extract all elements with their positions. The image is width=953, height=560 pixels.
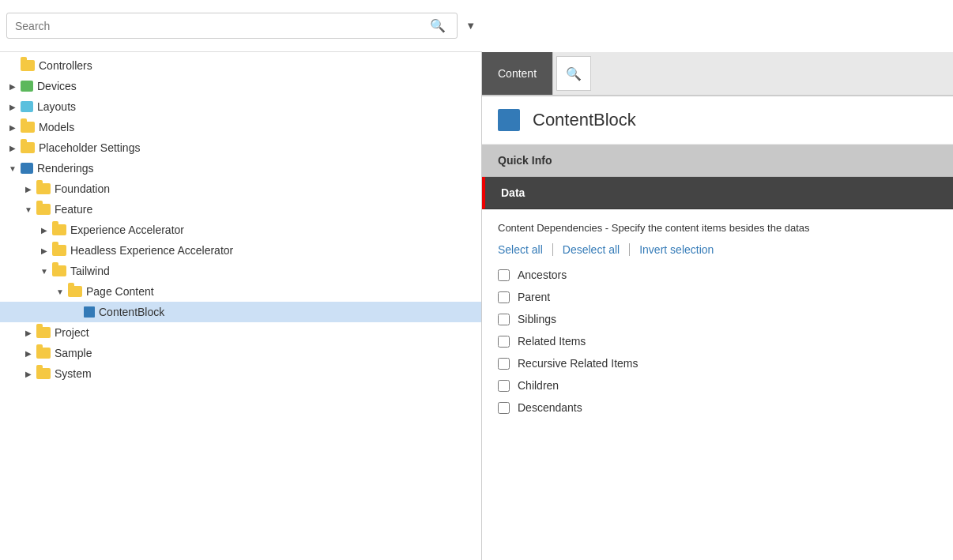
tree-label-layouts: Layouts — [37, 100, 76, 113]
tree-label-placeholder-settings: Placeholder Settings — [39, 141, 140, 154]
tree-item-experience-accelerator[interactable]: ▶ Experience Accelerator — [0, 220, 481, 240]
dependencies-section: Content Dependencies - Specify the conte… — [482, 209, 953, 427]
tree-item-renderings[interactable]: ▼ Renderings — [0, 158, 481, 179]
tree-item-models[interactable]: ▶ Models — [0, 117, 481, 137]
tree-toggle-devices[interactable]: ▶ — [6, 80, 19, 92]
tree-label-page-content: Page Content — [86, 285, 154, 298]
content-block-title: ContentBlock — [533, 110, 636, 130]
tree-item-contentblock[interactable]: ContentBlock — [0, 302, 481, 322]
tree-label-controllers: Controllers — [39, 59, 92, 72]
tab-bar: Content 🔍 — [482, 52, 953, 96]
checkbox-label-recursive-related-items: Recursive Related Items — [518, 357, 638, 370]
tree-toggle-headless-experience-accelerator[interactable]: ▶ — [38, 244, 51, 257]
invert-selection-link[interactable]: Invert selection — [630, 243, 723, 256]
tree-container: Controllers ▶ Devices ▶ Layouts ▶ Models… — [0, 52, 481, 387]
tab-content[interactable]: Content — [482, 52, 553, 95]
checkbox-siblings[interactable] — [498, 314, 510, 325]
content-block-icon — [498, 109, 520, 131]
tree-label-foundation: Foundation — [55, 182, 110, 195]
tree-icon-contentblock — [84, 306, 95, 318]
tree-icon-foundation — [36, 183, 51, 194]
search-input-wrapper: 🔍 — [6, 13, 458, 39]
checkbox-parent[interactable] — [498, 291, 510, 303]
tree-item-placeholder-settings[interactable]: ▶ Placeholder Settings — [0, 137, 481, 158]
tree-icon-project — [36, 327, 51, 338]
tree-icon-renderings — [21, 163, 33, 174]
tree-item-feature[interactable]: ▼ Feature — [0, 199, 481, 220]
tree-item-foundation[interactable]: ▶ Foundation — [0, 179, 481, 199]
tree-toggle-tailwind[interactable]: ▼ — [38, 265, 51, 277]
tree-toggle-layouts[interactable]: ▶ — [6, 100, 19, 113]
tree-label-models: Models — [39, 121, 74, 133]
search-input[interactable] — [15, 20, 427, 32]
right-panel: Content 🔍 ContentBlock Quick Info Data — [482, 52, 953, 560]
tree-item-project[interactable]: ▶ Project — [0, 322, 481, 343]
tree-icon-devices — [21, 81, 33, 92]
checkbox-label-children: Children — [518, 379, 559, 392]
tree-toggle-experience-accelerator[interactable]: ▶ — [38, 224, 51, 236]
tree-panel: Controllers ▶ Devices ▶ Layouts ▶ Models… — [0, 52, 482, 560]
checkbox-recursive-related-items[interactable] — [498, 358, 510, 370]
dep-description: Content Dependencies - Specify the conte… — [498, 222, 937, 234]
tree-item-system[interactable]: ▶ System — [0, 363, 481, 384]
checkbox-item-ancestors: Ancestors — [498, 269, 937, 281]
tree-icon-headless-experience-accelerator — [52, 245, 66, 256]
tree-label-renderings: Renderings — [37, 162, 94, 175]
quick-info-header: Quick Info — [482, 145, 953, 177]
tree-toggle-models[interactable]: ▶ — [6, 121, 19, 133]
deselect-all-link[interactable]: Deselect all — [553, 243, 630, 256]
tree-item-sample[interactable]: ▶ Sample — [0, 343, 481, 363]
checkbox-item-siblings: Siblings — [498, 313, 937, 325]
tree-item-headless-experience-accelerator[interactable]: ▶ Headless Experience Accelerator — [0, 240, 481, 261]
tree-icon-controllers — [21, 60, 35, 71]
select-all-link[interactable]: Select all — [498, 243, 553, 256]
checkbox-item-children: Children — [498, 379, 937, 392]
tree-toggle-page-content[interactable]: ▼ — [54, 285, 66, 298]
checkbox-children[interactable] — [498, 380, 510, 392]
dep-actions: Select all Deselect all Invert selection — [498, 243, 937, 256]
checkbox-ancestors[interactable] — [498, 269, 510, 281]
data-section-header: Data — [482, 177, 953, 209]
tree-label-feature: Feature — [55, 203, 92, 216]
tree-label-experience-accelerator: Experience Accelerator — [70, 224, 184, 236]
tree-toggle-feature[interactable]: ▼ — [22, 203, 35, 216]
tree-label-sample: Sample — [55, 347, 92, 359]
tree-toggle-renderings[interactable]: ▼ — [6, 162, 19, 175]
search-tab-icon: 🔍 — [566, 66, 582, 81]
checkbox-item-recursive-related-items: Recursive Related Items — [498, 357, 937, 370]
tree-item-devices[interactable]: ▶ Devices — [0, 76, 481, 96]
tree-label-contentblock: ContentBlock — [99, 306, 164, 318]
tree-item-controllers[interactable]: Controllers — [0, 55, 481, 76]
tab-search-button[interactable]: 🔍 — [556, 56, 591, 91]
tree-item-tailwind[interactable]: ▼ Tailwind — [0, 261, 481, 281]
content-header: ContentBlock — [482, 96, 953, 145]
tree-toggle-foundation[interactable]: ▶ — [22, 182, 35, 195]
tree-label-headless-experience-accelerator: Headless Experience Accelerator — [70, 244, 233, 257]
tree-toggle-project[interactable]: ▶ — [22, 326, 35, 339]
checkbox-label-ancestors: Ancestors — [518, 269, 567, 281]
checkbox-descendants[interactable] — [498, 402, 510, 414]
tree-icon-placeholder-settings — [21, 142, 35, 153]
checkbox-label-descendants: Descendants — [518, 401, 582, 414]
tree-icon-tailwind — [52, 265, 66, 276]
search-icon-btn[interactable]: 🔍 — [427, 18, 449, 33]
tree-toggle-system[interactable]: ▶ — [22, 367, 35, 380]
content-area: ContentBlock Quick Info Data Content Dep… — [482, 96, 953, 560]
tree-icon-system — [36, 368, 51, 379]
checkbox-item-parent: Parent — [498, 291, 937, 303]
checkbox-label-related-items: Related Items — [518, 335, 586, 348]
tree-item-layouts[interactable]: ▶ Layouts — [0, 96, 481, 117]
checkbox-item-related-items: Related Items — [498, 335, 937, 348]
checkbox-item-descendants: Descendants — [498, 401, 937, 414]
tree-label-devices: Devices — [37, 80, 77, 92]
tree-icon-experience-accelerator — [52, 224, 66, 235]
checkbox-label-siblings: Siblings — [518, 313, 556, 325]
dropdown-arrow-icon[interactable]: ▼ — [465, 20, 476, 32]
checkbox-related-items[interactable] — [498, 336, 510, 348]
tree-toggle-sample[interactable]: ▶ — [22, 347, 35, 359]
checkbox-label-parent: Parent — [518, 291, 550, 303]
tree-item-page-content[interactable]: ▼ Page Content — [0, 281, 481, 302]
tree-label-system: System — [55, 367, 92, 380]
tree-label-project: Project — [55, 326, 89, 339]
tree-toggle-placeholder-settings[interactable]: ▶ — [6, 141, 19, 154]
